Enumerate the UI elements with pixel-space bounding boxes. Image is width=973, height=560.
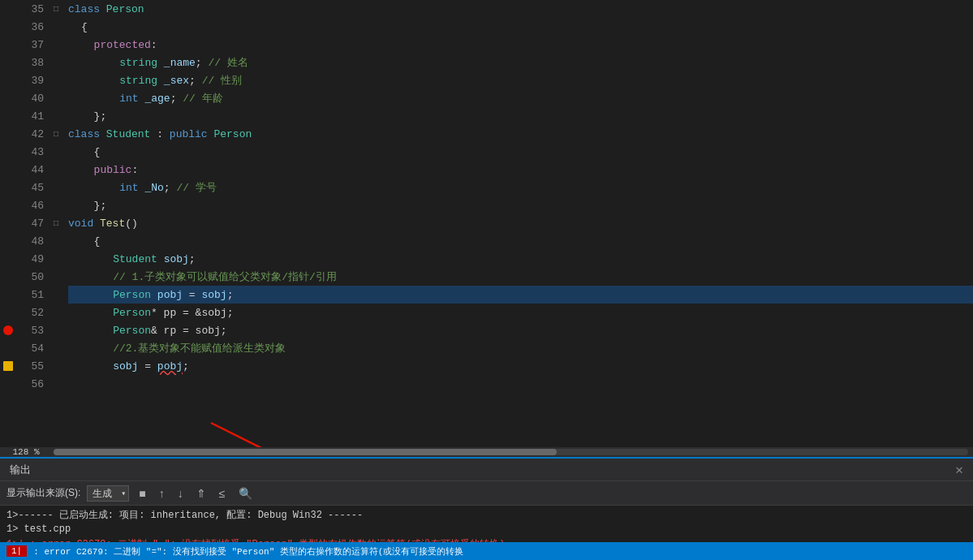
- toolbar-btn-1[interactable]: ■: [136, 485, 149, 502]
- token: :: [131, 164, 138, 176]
- output-text-2: 1> test.cpp: [6, 523, 71, 535]
- token: =: [144, 360, 157, 373]
- line-number-48: 48: [16, 235, 50, 248]
- line-number-43: 43: [16, 146, 50, 158]
- line-number-50: 50: [16, 271, 50, 283]
- output-close-button[interactable]: ✕: [955, 462, 963, 478]
- scrollbar-thumb[interactable]: [54, 449, 557, 455]
- gutter-row-37: 37: [0, 36, 65, 54]
- output-header: 输出 ✕: [0, 459, 973, 481]
- token: Student: [106, 128, 151, 140]
- token: void: [68, 218, 100, 230]
- code-line-35: class Person: [68, 0, 973, 18]
- token: ;: [227, 289, 234, 301]
- line-number-51: 51: [16, 289, 50, 301]
- breakpoint-53[interactable]: [3, 325, 13, 335]
- token: {: [81, 146, 100, 158]
- breakpoint-area-53[interactable]: [0, 325, 16, 335]
- token: pobj: [157, 360, 183, 373]
- line-number-47: 47: [16, 218, 50, 230]
- token: // 姓名: [208, 55, 248, 70]
- line-gutter: 35 □ 36 37 38: [0, 0, 65, 447]
- token: //2.基类对象不能赋值给派生类对象: [88, 341, 286, 355]
- gutter-row-42: 42 □: [0, 125, 65, 143]
- token: _No: [144, 182, 163, 194]
- token: ;: [164, 182, 177, 194]
- gutter-row-53: 53: [0, 321, 65, 339]
- line-number-46: 46: [16, 200, 50, 212]
- token: Person: [106, 3, 144, 15]
- code-line-38: string _name; // 姓名: [68, 54, 973, 71]
- fold-42[interactable]: □: [50, 130, 62, 139]
- code-line-37: protected:: [68, 36, 973, 54]
- output-source-dropdown-wrapper[interactable]: 生成: [87, 485, 129, 502]
- token: ;: [196, 57, 209, 69]
- output-source-dropdown[interactable]: 生成: [87, 485, 129, 502]
- gutter-row-51: 51: [0, 286, 65, 304]
- token: // 1.子类对象可以赋值给父类对象/指针/引用: [88, 269, 337, 284]
- output-text-1: 1>------ 已启动生成: 项目: inheritance, 配置: Deb…: [6, 508, 363, 522]
- code-line-53: Person& rp = sobj;: [68, 321, 973, 339]
- token: Student: [88, 253, 164, 265]
- token: * pp = &sobj;: [151, 307, 233, 319]
- token: (): [125, 218, 138, 230]
- gutter-row-40: 40: [0, 89, 65, 107]
- status-error-text: : error C2679: 二进制 "=": 没有找到接受 "Person" …: [33, 545, 463, 558]
- code-editor[interactable]: class Person { protected: string _name; …: [65, 0, 973, 447]
- code-line-56: [68, 375, 973, 393]
- breakpoint-area-55: [0, 361, 16, 371]
- token: :: [151, 39, 157, 51]
- output-line-2: 1> test.cpp: [6, 522, 967, 536]
- token: // 年龄: [183, 91, 222, 106]
- toolbar-btn-3[interactable]: ↓: [174, 485, 187, 502]
- toolbar-btn-4[interactable]: ⇑: [193, 485, 209, 502]
- output-panel: 输出 ✕ 显示输出来源(S): 生成 ■ ↑ ↓ ⇑ ≤ 🔍 1>------ …: [0, 457, 973, 542]
- code-container: 35 □ 36 37 38: [0, 0, 973, 447]
- code-line-55: sobj = pobj;: [68, 357, 973, 375]
- line-number-54: 54: [16, 342, 50, 355]
- token: Person: [213, 128, 252, 140]
- code-line-49: Student sobj;: [68, 250, 973, 268]
- token: _sex: [164, 75, 189, 87]
- output-title: 输出: [10, 463, 31, 477]
- token: _age: [144, 93, 170, 105]
- toolbar-btn-6[interactable]: 🔍: [235, 485, 256, 502]
- code-line-41: };: [68, 107, 973, 125]
- token: // 学号: [176, 180, 216, 195]
- gutter-row-36: 36: [0, 18, 65, 36]
- code-line-54: //2.基类对象不能赋值给派生类对象: [68, 339, 973, 357]
- toolbar-btn-5[interactable]: ≤: [216, 485, 229, 502]
- line-number-56: 56: [16, 378, 50, 390]
- gutter-row-43: 43: [0, 143, 65, 161]
- token: sobj: [88, 360, 144, 373]
- fold-47[interactable]: □: [50, 219, 62, 228]
- token: // 性别: [202, 73, 242, 88]
- code-line-51: Person pobj = sobj;: [68, 286, 973, 304]
- code-line-40: int _age; // 年龄: [68, 89, 973, 107]
- toolbar-btn-2[interactable]: ↑: [156, 485, 168, 502]
- zoom-level: 128 %: [2, 447, 50, 457]
- token: Test: [100, 218, 125, 230]
- line-number-44: 44: [16, 164, 50, 176]
- code-line-50: // 1.子类对象可以赋值给父类对象/指针/引用: [68, 268, 973, 286]
- token: class: [68, 128, 106, 140]
- token: };: [81, 110, 106, 123]
- editor-area: 35 □ 36 37 38: [0, 0, 973, 457]
- token: :: [150, 128, 169, 140]
- scrollbar-track[interactable]: [54, 449, 968, 455]
- line-number-53: 53: [16, 325, 50, 337]
- line-number-45: 45: [16, 182, 50, 194]
- line-number-37: 37: [16, 39, 50, 51]
- token: ;: [170, 93, 183, 105]
- line-number-36: 36: [16, 21, 50, 33]
- code-line-47: void Test(): [68, 214, 973, 232]
- code-line-48: {: [68, 232, 973, 250]
- token: Person: [88, 325, 151, 337]
- gutter-row-44: 44: [0, 161, 65, 179]
- fold-35[interactable]: □: [50, 5, 62, 14]
- token: int: [94, 182, 144, 194]
- gutter-row-55: 55: [0, 357, 65, 375]
- token: protected: [81, 39, 151, 51]
- h-scrollbar[interactable]: 128 %: [0, 447, 973, 457]
- line-number-40: 40: [16, 93, 50, 105]
